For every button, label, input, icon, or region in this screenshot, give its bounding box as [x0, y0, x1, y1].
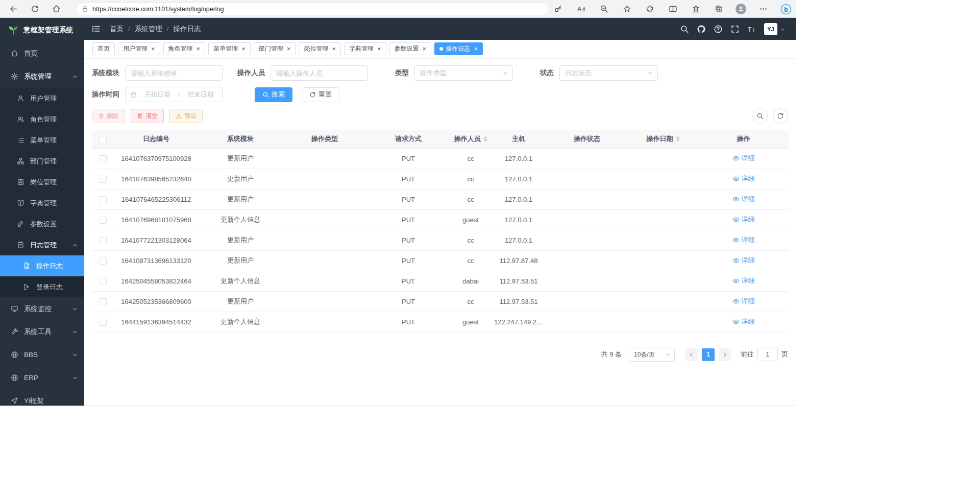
next-page-button[interactable] [719, 348, 731, 361]
export-button[interactable]: 导出 [169, 109, 203, 123]
tab-close-icon[interactable]: × [332, 45, 336, 52]
row-checkbox[interactable] [100, 196, 107, 203]
zoom-indicator-icon[interactable] [598, 3, 610, 15]
tab-close-icon[interactable]: × [423, 45, 427, 52]
sidebar-item-bbs[interactable]: BBS [0, 343, 84, 366]
detail-link[interactable]: 详细 [732, 195, 755, 204]
reset-button[interactable]: 重置 [302, 87, 339, 102]
sidebar-item-home[interactable]: 首页 [0, 42, 84, 65]
tab-菜单管理[interactable]: 菜单管理× [208, 42, 251, 55]
tab-角色管理[interactable]: 角色管理× [163, 42, 206, 55]
sort-carets-icon[interactable] [676, 136, 680, 141]
tab-岗位管理[interactable]: 岗位管理× [299, 42, 341, 55]
tab-字典管理[interactable]: 字典管理× [344, 42, 386, 55]
column-header-operator[interactable]: 操作人员 [450, 130, 491, 148]
copilot-icon[interactable]: b [780, 3, 792, 15]
sidebar-item-system[interactable]: 系统管理 [0, 65, 84, 88]
sidebar-item-tool[interactable]: 系统工具 [0, 320, 84, 343]
font-size-icon[interactable] [747, 25, 756, 34]
tab-close-icon[interactable]: × [151, 45, 155, 52]
toggle-search-button[interactable] [752, 108, 768, 124]
module-input[interactable] [125, 65, 223, 81]
row-checkbox[interactable] [100, 176, 107, 183]
sidebar-item-loginlog[interactable]: 登录日志 [0, 276, 84, 297]
sidebar-item-post[interactable]: 岗位管理 [0, 172, 84, 193]
sidebar-item-dept[interactable]: 部门管理 [0, 151, 84, 172]
sort-carets-icon[interactable] [483, 136, 487, 141]
split-screen-icon[interactable] [667, 3, 679, 15]
sidebar-item-erp[interactable]: ERP [0, 366, 84, 389]
select-all-checkbox[interactable] [100, 136, 107, 143]
user-avatar[interactable]: YJ [764, 23, 777, 35]
user-menu-chevron-icon[interactable] [780, 27, 786, 32]
type-select[interactable]: 操作类型 [414, 65, 513, 81]
search-button[interactable]: 搜索 [255, 87, 292, 102]
password-manager-icon[interactable] [552, 3, 564, 15]
operator-input[interactable] [271, 65, 368, 81]
date-range-picker[interactable]: 开始日期 - 结束日期 [125, 87, 223, 102]
detail-link[interactable]: 详细 [732, 276, 755, 286]
tab-close-icon[interactable]: × [474, 45, 478, 52]
tab-close-icon[interactable]: × [287, 45, 291, 52]
tab-首页[interactable]: 首页 [92, 42, 115, 55]
detail-link[interactable]: 详细 [732, 317, 755, 326]
tab-部门管理[interactable]: 部门管理× [254, 42, 296, 55]
fullscreen-icon[interactable] [730, 25, 740, 34]
detail-link[interactable]: 详细 [732, 154, 755, 163]
row-checkbox[interactable] [100, 319, 107, 326]
delete-button[interactable]: 删除 [92, 109, 125, 123]
tab-close-icon[interactable]: × [241, 45, 246, 52]
sidebar-item-dict[interactable]: 字典管理 [0, 193, 84, 214]
detail-link[interactable]: 详细 [732, 297, 755, 306]
row-checkbox[interactable] [100, 278, 107, 285]
row-checkbox[interactable] [100, 155, 107, 162]
header-search-icon[interactable] [680, 25, 689, 34]
extensions-icon[interactable] [644, 3, 656, 15]
clear-button[interactable]: 清空 [131, 109, 164, 123]
browser-refresh-icon[interactable] [29, 3, 41, 15]
read-aloud-icon[interactable] [575, 3, 587, 15]
settings-more-icon[interactable] [757, 3, 769, 15]
sidebar-item-operlog[interactable]: 操作日志 [0, 255, 84, 276]
detail-link[interactable]: 详细 [732, 235, 755, 245]
sidebar-item-yi[interactable]: Yi框架 [0, 389, 84, 406]
page-size-select[interactable]: 10条/页 [629, 348, 675, 362]
sidebar-item-role[interactable]: 角色管理 [0, 109, 84, 130]
sidebar-item-monitor[interactable]: 系统监控 [0, 297, 84, 320]
breadcrumb-item[interactable]: 系统管理 [135, 25, 162, 34]
row-checkbox[interactable] [100, 237, 107, 244]
detail-link[interactable]: 详细 [732, 256, 755, 265]
page-number-button[interactable]: 1 [702, 348, 715, 361]
tab-参数设置[interactable]: 参数设置× [389, 42, 432, 55]
goto-page-input[interactable] [757, 348, 778, 361]
tab-close-icon[interactable]: × [377, 45, 381, 52]
tab-close-icon[interactable]: × [197, 45, 201, 52]
row-checkbox[interactable] [100, 257, 107, 265]
row-checkbox[interactable] [100, 298, 107, 305]
browser-home-icon[interactable] [50, 3, 62, 15]
tab-用户管理[interactable]: 用户管理× [118, 42, 160, 55]
detail-link[interactable]: 详细 [732, 215, 755, 224]
status-select[interactable]: 日志状态 [559, 65, 658, 81]
detail-link[interactable]: 详细 [732, 174, 755, 183]
sidebar-item-user[interactable]: 用户管理 [0, 88, 84, 109]
profile-avatar[interactable] [736, 4, 746, 14]
sidebar-item-param[interactable]: 参数设置 [0, 214, 84, 234]
address-bar[interactable]: https://ccnetcore.com:1101/system/log/op… [76, 3, 549, 15]
favorites-icon[interactable] [690, 3, 702, 15]
help-icon[interactable] [714, 25, 723, 34]
back-icon[interactable] [7, 3, 19, 15]
collapse-sidebar-icon[interactable] [91, 24, 101, 34]
refresh-table-button[interactable] [773, 108, 788, 124]
cell-select [92, 189, 114, 209]
add-favorite-icon[interactable] [621, 3, 633, 15]
prev-page-button[interactable] [685, 348, 698, 361]
sidebar-item-log[interactable]: 日志管理 [0, 234, 84, 255]
row-checkbox[interactable] [100, 217, 107, 224]
column-header-date[interactable]: 操作日期 [628, 130, 698, 148]
breadcrumb-item[interactable]: 首页 [110, 25, 124, 34]
tab-操作日志[interactable]: 操作日志× [434, 42, 483, 55]
github-icon[interactable] [697, 25, 706, 34]
collections-icon[interactable] [713, 3, 725, 15]
sidebar-item-menu[interactable]: 菜单管理 [0, 130, 84, 151]
